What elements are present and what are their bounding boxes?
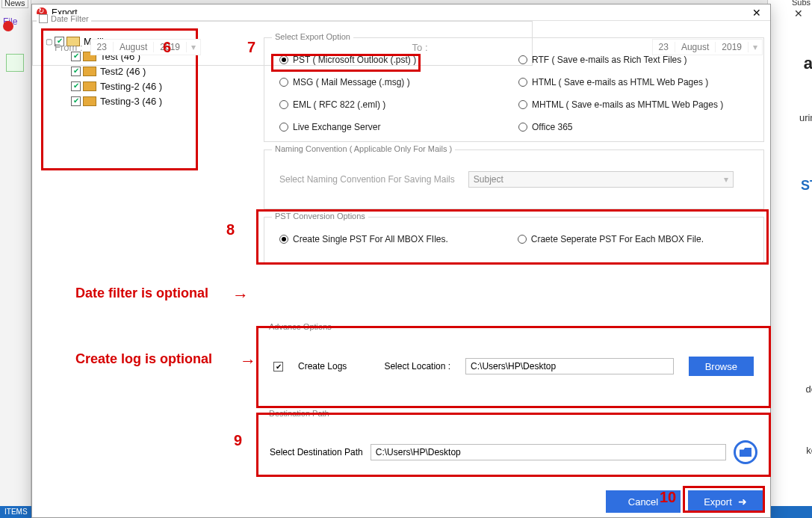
- radio-icon: [279, 123, 288, 132]
- radio-icon: [518, 235, 527, 244]
- close-button[interactable]: ✕: [748, 7, 766, 19]
- to-label: To :: [412, 42, 428, 53]
- naming-label: Select Naming Convention For Saving Mail…: [279, 174, 455, 185]
- radio-eml[interactable]: EML ( RFC 822 (.eml) ): [279, 99, 416, 110]
- tree-checkbox[interactable]: [71, 96, 81, 106]
- export-dialog: Export ✕ ▢ Mailbox Test (46 ) Test2 (46 …: [31, 4, 771, 518]
- export-button[interactable]: Export➜: [688, 490, 763, 513]
- radio-icon: [279, 235, 288, 244]
- radio-o365[interactable]: Office 365: [518, 122, 723, 132]
- radio-icon: [518, 100, 527, 109]
- create-logs-label: Create Logs: [298, 361, 347, 371]
- tree-item[interactable]: Test2 (46 ): [61, 64, 194, 78]
- destination-legend: Destination Path: [266, 409, 332, 418]
- radio-html[interactable]: HTML ( Save e-mails as HTML Web Pages ): [518, 77, 723, 87]
- bg-app-icon: [3, 21, 13, 31]
- annotation-10: 10: [660, 489, 676, 506]
- radio-icon: [279, 100, 288, 109]
- destination-group: Destination Path Select Destination Path: [258, 414, 769, 475]
- annotation-9: 9: [234, 432, 242, 449]
- bg-left-strip: News File: [0, 0, 31, 518]
- radio-pst[interactable]: PST ( Microsoft Outlook (.pst) ): [279, 55, 416, 65]
- tree-item-label: Test2 (46 ): [100, 66, 146, 77]
- bg-news-tab: News: [1, 0, 28, 8]
- bg-close-icon: ✕: [794, 7, 803, 19]
- log-location-input[interactable]: [465, 358, 674, 374]
- advance-legend: Advance Options: [266, 322, 335, 331]
- annotation-7: 7: [247, 39, 255, 56]
- tree-checkbox[interactable]: [71, 67, 81, 76]
- annotation-log-note: Create log is optional: [75, 351, 212, 367]
- radio-icon: [518, 55, 527, 64]
- folder-icon: [83, 81, 96, 91]
- tree-checkbox[interactable]: [71, 81, 81, 91]
- naming-convention-group: Naming Convention ( Applicable Only For …: [264, 149, 764, 209]
- bg-plus-icon: [6, 54, 24, 72]
- create-logs-checkbox[interactable]: [273, 362, 283, 371]
- radio-separate-pst[interactable]: Craete Seperate PST For Each MBOX File.: [518, 234, 704, 244]
- folder-icon: [83, 96, 96, 106]
- folder-icon: [83, 67, 96, 76]
- radio-icon: [279, 78, 288, 87]
- browse-destination-button[interactable]: [734, 440, 757, 464]
- date-filter-checkbox[interactable]: [39, 14, 48, 23]
- naming-combo: Subject: [468, 171, 734, 188]
- from-date: 23August2019▾: [90, 39, 201, 55]
- radio-single-pst[interactable]: Create Single PST For All MBOX FIles.: [279, 234, 448, 244]
- destination-input[interactable]: [371, 444, 726, 460]
- tree-item[interactable]: Testing-3 (46 ): [61, 93, 194, 108]
- naming-legend: Naming Convention ( Applicable Only For …: [272, 144, 455, 153]
- radio-mhtml[interactable]: MHTML ( Save e-mails as MHTML Web Pages …: [518, 99, 723, 110]
- radio-icon: [279, 55, 288, 64]
- tree-item-label: Testing-2 (46 ): [100, 81, 162, 92]
- destination-label: Select Destination Path: [270, 447, 363, 457]
- folder-icon: [740, 448, 751, 457]
- collapse-icon[interactable]: ▢: [45, 37, 52, 46]
- bg-right-pane: ✕ Subs addy uring the l ST de ke: [767, 0, 812, 518]
- pst-legend: PST Conversion Options: [272, 212, 368, 221]
- annotation-6: 6: [163, 39, 171, 56]
- advance-options-group: Advance Options Create Logs Select Locat…: [258, 327, 769, 407]
- radio-icon: [518, 78, 527, 87]
- radio-msg[interactable]: MSG ( Mail Message (.msg) ): [279, 77, 416, 87]
- tree-item-label: Testing-3 (46 ): [100, 96, 162, 107]
- browse-button[interactable]: Browse: [689, 357, 754, 376]
- chevron-down-icon: ▾: [749, 42, 762, 52]
- radio-icon: [518, 123, 527, 132]
- log-location-label: Select Location :: [384, 361, 450, 371]
- export-arrow-icon: ➜: [738, 496, 747, 508]
- chevron-down-icon: ▾: [187, 42, 200, 52]
- date-filter-legend: Date Filter: [51, 14, 89, 23]
- arrow-icon: →: [232, 286, 249, 305]
- titlebar: Export ✕: [32, 4, 770, 21]
- from-label: From :: [55, 42, 83, 53]
- arrow-icon: →: [240, 351, 256, 371]
- to-date: 23August2019▾: [652, 39, 763, 55]
- radio-exchange[interactable]: Live Exchange Server: [279, 122, 416, 132]
- annotation-date-note: Date filter is optional: [75, 286, 208, 301]
- tree-item[interactable]: Testing-2 (46 ): [61, 78, 194, 93]
- annotation-8: 8: [226, 221, 235, 238]
- pst-options-group: PST Conversion Options Create Single PST…: [264, 217, 764, 263]
- radio-rtf[interactable]: RTF ( Save e-mails as Rich Text Files ): [518, 55, 723, 65]
